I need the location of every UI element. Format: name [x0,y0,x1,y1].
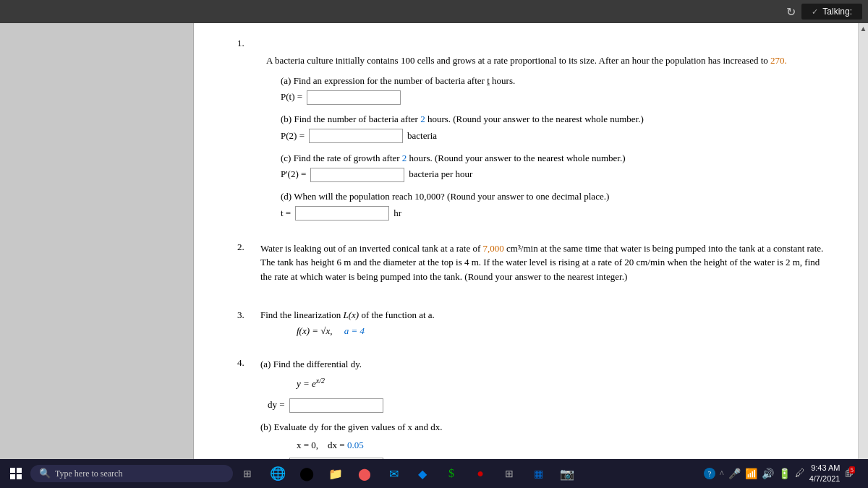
problem-4-x-val: x = 0, [297,440,318,450]
taskbar-right: ? ^ 🎤 📶 🔊 🔋 🖊 9:43 AM 4/7/2021 🗐5 [704,463,865,485]
red-app[interactable]: ● [467,461,493,487]
pt-input[interactable] [307,90,401,105]
problem-3-a: a = 4 [344,325,365,336]
problem-4a: (a) Find the differential dy. y = ex/2 d… [260,357,443,413]
problem-4: 4. (a) Find the differential dy. y = ex/… [237,357,829,459]
chrome-icon: ⬤ [299,466,314,481]
problem-3-number: 3. [237,309,252,321]
notification-icon[interactable]: 🗐5 [845,468,860,479]
problem-1-highlight: 270. [770,55,787,66]
problem-1d: (d) When will the population reach 10,00… [281,189,829,221]
problem-4-y-exp: x/2 [316,377,325,385]
search-icon: 🔍 [39,468,51,479]
task-view-icon: ⊞ [243,468,252,480]
problem-1c-input-row: P'(2) = bacteria per hour [281,167,829,182]
t-input[interactable] [295,206,389,221]
mic-icon[interactable]: 🎤 [728,468,741,480]
problem-4-dx-val: 0.05 [347,440,364,450]
taskbar-apps: 🌐 ⬤ 📁 ⬤ ✉ ◆ $ ● ⊞ ▦ 📷 [265,461,580,487]
problem-3-fx: f(x) = √x, [297,325,332,336]
grid-app[interactable]: ⊞ [496,461,522,487]
problem-4-number: 4. [237,357,252,369]
scrollbar[interactable]: ▲ [858,23,868,459]
problem-1-number: 1. [237,38,829,49]
problem-4-dx-label: dx = [328,440,345,450]
problem-2-number: 2. [237,241,252,290]
chrome-app[interactable]: ⬤ [294,461,320,487]
refresh-icon[interactable]: ↻ [786,5,796,19]
content-area: 1. A bacteria culture initially contains… [194,23,858,459]
problem-3-label: Find the linearization [260,309,341,320]
taskbar: 🔍 Type here to search ⊞ 🌐 ⬤ 📁 ⬤ ✉ ◆ $ ● [0,459,868,488]
problem-1a-input-row: P(t) = [281,90,829,105]
problem-2-text: Water is leaking out of an inverted coni… [260,241,829,284]
camera-app[interactable]: 📷 [554,461,580,487]
problem-1b-highlight: 2 [420,114,425,124]
taskbar-time[interactable]: 9:43 AM 4/7/2021 [809,463,841,485]
app4-icon: ⬤ [358,467,371,481]
file-explorer-app[interactable]: 📁 [323,461,349,487]
task-view-button[interactable]: ⊞ [234,461,260,487]
problem-1d-input-row: t = hr [281,206,829,221]
dollar-icon: $ [448,467,454,480]
main-area: 1. A bacteria culture initially contains… [0,23,868,459]
bacteria-per-hour-unit: bacteria per hour [409,167,472,182]
search-text: Type here to search [55,468,122,479]
problem-1c-highlight: 2 [402,153,407,163]
help-button[interactable]: ? [704,468,715,479]
problem-4b: (b) Evaluate dy for the given values of … [260,420,443,459]
talking-check-icon: ✓ [812,7,818,17]
problem-3: 3. Find the linearization L(x) of the fu… [237,309,829,337]
taskbar-search[interactable]: 🔍 Type here to search [30,465,233,482]
hr-unit: hr [393,206,401,221]
problem-4-y-eq: y = e [297,379,316,390]
problem-1: 1. A bacteria culture initially contains… [237,38,829,221]
dropbox-icon: ◆ [418,467,427,481]
problem-1-text: A bacteria culture initially contains 10… [266,53,829,68]
pen-icon[interactable]: 🖊 [795,468,805,479]
camera-icon: 📷 [560,467,574,481]
p2-prime-input[interactable] [310,168,404,182]
scroll-up-arrow[interactable]: ▲ [860,25,867,33]
problem-1a: (a) Find an expression for the number of… [281,74,829,106]
top-bar: ↻ ✓ Talking: [0,0,868,23]
notification-badge: 5 [849,466,856,474]
start-button[interactable] [3,461,29,487]
sidebar-left [0,23,194,459]
battery-icon: 🔋 [778,468,791,480]
volume-icon[interactable]: 🔊 [762,468,774,480]
problem-4-dy-label: dy = [268,398,285,413]
dollar-app[interactable]: $ [438,461,464,487]
problem-2: 2. Water is leaking out of an inverted c… [237,241,829,290]
dy-input[interactable] [289,398,383,413]
talking-button[interactable]: ✓ Talking: [801,4,862,20]
problem-1c: (c) Find the rate of growth after 2 hour… [281,151,829,183]
problem-3-lx: L(x) [343,309,359,320]
file-icon: 📁 [328,467,343,481]
problem-1b: (b) Find the number of bacteria after 2 … [281,112,829,144]
problem-3-suffix: of the function at a. [361,309,434,320]
blue-box-icon: ▦ [534,468,543,480]
caret-icon[interactable]: ^ [720,468,724,479]
problem-2-highlight: 7,000 [483,243,504,254]
dropbox-app[interactable]: ◆ [409,461,435,487]
wifi-icon[interactable]: 📶 [745,468,757,480]
talking-label: Talking: [822,7,852,17]
problem-1b-input-row: P(2) = bacteria [281,129,829,144]
grid-icon: ⊞ [505,468,514,480]
app4[interactable]: ⬤ [352,461,378,487]
blue-box-app[interactable]: ▦ [525,461,551,487]
edge-app[interactable]: 🌐 [265,461,291,487]
edge-icon: 🌐 [270,466,286,481]
p2-input[interactable] [309,129,403,143]
mail-icon: ✉ [389,467,399,481]
mail-app[interactable]: ✉ [380,461,407,487]
windows-icon [10,468,22,479]
red-icon: ● [477,467,484,480]
bacteria-unit: bacteria [407,129,437,144]
